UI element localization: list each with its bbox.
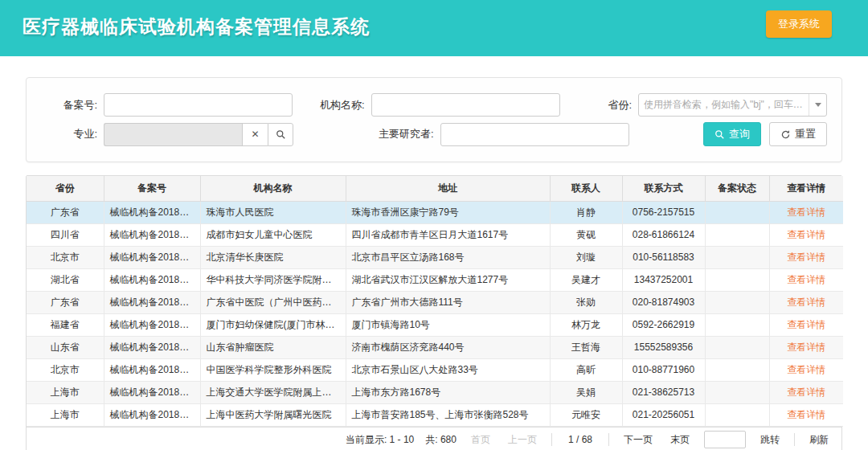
column-header: 机构名称 bbox=[200, 176, 346, 201]
cell-phone: 021-38625713 bbox=[622, 381, 705, 403]
view-detail-link[interactable]: 查看详情 bbox=[787, 274, 825, 285]
province-select[interactable]: 使用拼音检索，例如输入"bj"，回车即选... bbox=[638, 93, 827, 117]
cell-filing-no: 械临机构备201800007 bbox=[104, 336, 200, 358]
cell-org-name: 山东省肿瘤医院 bbox=[200, 336, 346, 358]
first-page-button[interactable]: 首页 bbox=[468, 431, 493, 449]
column-header: 备案状态 bbox=[705, 176, 769, 201]
cell-province: 广东省 bbox=[27, 291, 104, 313]
column-header: 联系人 bbox=[550, 176, 622, 201]
cell-phone: 028-61866124 bbox=[622, 223, 705, 246]
filing-no-input[interactable] bbox=[104, 93, 293, 117]
cell-phone: 0756-2157515 bbox=[622, 201, 705, 223]
cell-phone: 13437252001 bbox=[622, 268, 705, 291]
cell-province: 四川省 bbox=[27, 223, 104, 246]
cell-filing-no: 械临机构备201800002 bbox=[104, 223, 200, 246]
view-detail-link[interactable]: 查看详情 bbox=[787, 409, 825, 420]
page-indicator: 1 / 68 bbox=[563, 434, 597, 445]
cell-status bbox=[705, 201, 769, 223]
cell-address: 湖北省武汉市江汉区解放大道1277号 bbox=[346, 268, 550, 291]
cell-contact: 元唯安 bbox=[550, 403, 622, 426]
cell-phone: 15552589356 bbox=[622, 336, 705, 358]
cell-contact: 吴建才 bbox=[550, 268, 622, 291]
cell-phone: 021-20256051 bbox=[622, 403, 705, 426]
pi-input[interactable] bbox=[440, 123, 629, 146]
cell-org-name: 珠海市人民医院 bbox=[200, 201, 346, 223]
search-icon bbox=[276, 129, 286, 140]
table-row[interactable]: 北京市 械临机构备201800003 北京清华长庚医院 北京市昌平区立汤路168… bbox=[27, 246, 843, 268]
table-row[interactable]: 上海市 械临机构备201800009 上海交通大学医学院附属上海儿童... 上海… bbox=[27, 381, 843, 403]
table-row[interactable]: 四川省 械临机构备201800002 成都市妇女儿童中心医院 四川省成都市青羊区… bbox=[27, 223, 843, 246]
table-row[interactable]: 广东省 械临机构备201800001 珠海市人民医院 珠海市香洲区康宁路79号 … bbox=[27, 201, 843, 223]
cell-org-name: 广东省中医院（广州中医药大学第... bbox=[200, 291, 346, 313]
current-display: 当前显示: 1 - 10 bbox=[346, 433, 414, 447]
view-detail-link[interactable]: 查看详情 bbox=[787, 252, 825, 263]
cell-contact: 张勋 bbox=[550, 291, 622, 313]
search-panel: 备案号: 机构名称: 省份: 使用拼音检索，例如输入"bj"，回车即选... 专… bbox=[26, 77, 842, 162]
last-page-button[interactable]: 末页 bbox=[667, 431, 693, 449]
column-header: 备案号 bbox=[104, 176, 200, 201]
next-page-button[interactable]: 下一页 bbox=[620, 431, 656, 449]
table-body: 广东省 械临机构备201800001 珠海市人民医院 珠海市香洲区康宁路79号 … bbox=[27, 201, 843, 426]
app-header: 医疗器械临床试验机构备案管理信息系统 登录系统 bbox=[0, 0, 868, 56]
cell-org-name: 上海交通大学医学院附属上海儿童... bbox=[200, 381, 346, 403]
cell-contact: 王哲海 bbox=[550, 336, 622, 358]
view-detail-link[interactable]: 查看详情 bbox=[787, 342, 825, 353]
view-detail-link[interactable]: 查看详情 bbox=[787, 229, 825, 240]
reset-button[interactable]: 重置 bbox=[769, 122, 827, 146]
province-label: 省份: bbox=[575, 98, 638, 112]
clear-icon[interactable]: ✕ bbox=[242, 123, 268, 146]
cell-status bbox=[705, 313, 769, 336]
cell-province: 福建省 bbox=[27, 313, 104, 336]
results-table: 省份备案号机构名称地址联系人联系方式备案状态查看详情 广东省 械临机构备2018… bbox=[26, 175, 842, 450]
specialty-input[interactable] bbox=[104, 123, 242, 146]
cell-address: 四川省成都市青羊区日月大道1617号 bbox=[346, 223, 550, 246]
jump-button[interactable]: 跳转 bbox=[757, 431, 783, 449]
pagination-bar: 当前显示: 1 - 10 共: 680 首页 上一页 1 / 68 下一页 末页… bbox=[27, 427, 841, 450]
login-button[interactable]: 登录系统 bbox=[766, 10, 832, 38]
view-detail-link[interactable]: 查看详情 bbox=[787, 364, 825, 375]
cell-phone: 020-81874903 bbox=[622, 291, 705, 313]
table-row[interactable]: 广东省 械临机构备201800005 广东省中医院（广州中医药大学第... 广东… bbox=[27, 291, 843, 313]
cell-address: 上海市普安路185号、上海市张衡路528号 bbox=[346, 403, 550, 426]
cell-status bbox=[705, 246, 769, 268]
view-detail-link[interactable]: 查看详情 bbox=[787, 207, 825, 218]
table-row[interactable]: 湖北省 械临机构备201800004 华中科技大学同济医学院附属协和医院 湖北省… bbox=[27, 268, 843, 291]
column-header: 查看详情 bbox=[769, 176, 843, 201]
cell-address: 济南市槐荫区济兖路440号 bbox=[346, 336, 550, 358]
cell-address: 珠海市香洲区康宁路79号 bbox=[346, 201, 550, 223]
cell-org-name: 华中科技大学同济医学院附属协和医院 bbox=[200, 268, 346, 291]
jump-page-input[interactable] bbox=[704, 431, 746, 448]
cell-status bbox=[705, 381, 769, 403]
cell-filing-no: 械临机构备201800006 bbox=[104, 313, 200, 336]
refresh-button[interactable]: 刷新 bbox=[806, 431, 832, 449]
cell-address: 北京市石景山区八大处路33号 bbox=[346, 358, 550, 381]
search-icon bbox=[714, 129, 725, 140]
total-count: 共: 680 bbox=[425, 433, 457, 447]
cell-province: 广东省 bbox=[27, 201, 104, 223]
table-row[interactable]: 上海市 械临机构备201800010 上海中医药大学附属曙光医院 上海市普安路1… bbox=[27, 403, 843, 426]
cell-filing-no: 械临机构备201800004 bbox=[104, 268, 200, 291]
province-placeholder: 使用拼音检索，例如输入"bj"，回车即选... bbox=[639, 98, 809, 112]
table-row[interactable]: 福建省 械临机构备201800006 厦门市妇幼保健院(厦门市林巧稚... 厦门… bbox=[27, 313, 843, 336]
cell-filing-no: 械临机构备201800003 bbox=[104, 246, 200, 268]
org-name-label: 机构名称: bbox=[309, 98, 371, 112]
table-row[interactable]: 北京市 械临机构备201800008 中国医学科学院整形外科医院 北京市石景山区… bbox=[27, 358, 843, 381]
cell-phone: 010-88771960 bbox=[622, 358, 705, 381]
table-header-row: 省份备案号机构名称地址联系人联系方式备案状态查看详情 bbox=[27, 176, 843, 201]
cell-status bbox=[705, 268, 769, 291]
specialty-search-button[interactable] bbox=[268, 123, 293, 146]
view-detail-link[interactable]: 查看详情 bbox=[787, 297, 825, 308]
cell-contact: 黄砚 bbox=[550, 223, 622, 246]
cell-contact: 刘璇 bbox=[550, 246, 622, 268]
cell-filing-no: 械临机构备201800005 bbox=[104, 291, 200, 313]
org-name-input[interactable] bbox=[371, 93, 560, 117]
column-header: 地址 bbox=[346, 176, 550, 201]
query-button[interactable]: 查询 bbox=[703, 122, 761, 146]
view-detail-link[interactable]: 查看详情 bbox=[787, 387, 825, 398]
cell-filing-no: 械临机构备201800010 bbox=[104, 403, 200, 426]
prev-page-button[interactable]: 上一页 bbox=[505, 431, 540, 449]
chevron-down-icon[interactable] bbox=[809, 94, 826, 116]
cell-province: 上海市 bbox=[27, 381, 104, 403]
view-detail-link[interactable]: 查看详情 bbox=[787, 319, 825, 330]
table-row[interactable]: 山东省 械临机构备201800007 山东省肿瘤医院 济南市槐荫区济兖路440号… bbox=[27, 336, 843, 358]
